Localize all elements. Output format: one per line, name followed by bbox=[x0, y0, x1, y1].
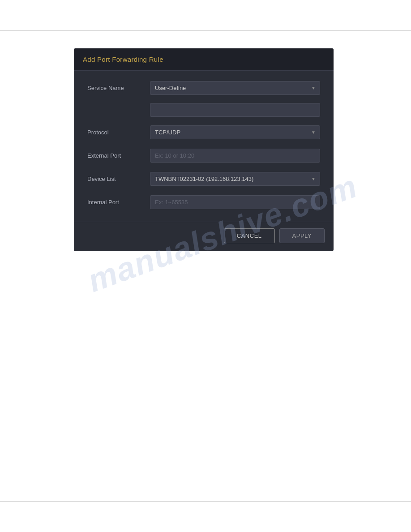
external-port-input[interactable] bbox=[150, 149, 320, 163]
internal-port-label: Internal Port bbox=[87, 199, 150, 206]
device-list-label: Device List bbox=[87, 176, 150, 182]
protocol-select[interactable]: TCP/UDP TCP UDP bbox=[150, 125, 320, 139]
add-port-forwarding-dialog: Add Port Forwarding Rule Service Name Us… bbox=[74, 48, 334, 251]
device-list-select[interactable]: TWNBNT02231-02 (192.168.123.143) bbox=[150, 172, 320, 186]
protocol-control: TCP/UDP TCP UDP bbox=[150, 125, 320, 139]
external-port-label: External Port bbox=[87, 152, 150, 159]
external-port-control bbox=[150, 149, 320, 163]
service-name-extra-row bbox=[150, 103, 320, 117]
apply-button[interactable]: APPLY bbox=[279, 228, 325, 243]
device-list-row: Device List TWNBNT02231-02 (192.168.123.… bbox=[87, 171, 320, 187]
service-name-control: User-Define Custom bbox=[150, 81, 320, 95]
device-list-select-wrapper: TWNBNT02231-02 (192.168.123.143) bbox=[150, 172, 320, 186]
top-divider bbox=[0, 30, 411, 31]
dialog-body: Service Name User-Define Custom Protocol bbox=[74, 71, 334, 222]
dialog-footer: CANCEL APPLY bbox=[74, 222, 334, 251]
dialog-title: Add Port Forwarding Rule bbox=[83, 56, 325, 63]
internal-port-input[interactable] bbox=[150, 195, 320, 209]
device-list-control: TWNBNT02231-02 (192.168.123.143) bbox=[150, 172, 320, 186]
service-name-select-wrapper: User-Define Custom bbox=[150, 81, 320, 95]
dialog-header: Add Port Forwarding Rule bbox=[74, 48, 334, 71]
service-name-row: Service Name User-Define Custom bbox=[87, 80, 320, 96]
service-name-select[interactable]: User-Define Custom bbox=[150, 81, 320, 95]
internal-port-row: Internal Port bbox=[87, 194, 320, 210]
protocol-select-wrapper: TCP/UDP TCP UDP bbox=[150, 125, 320, 139]
service-name-text-input[interactable] bbox=[150, 103, 320, 117]
bottom-divider bbox=[0, 501, 411, 502]
service-name-label: Service Name bbox=[87, 85, 150, 91]
internal-port-control bbox=[150, 195, 320, 209]
protocol-row: Protocol TCP/UDP TCP UDP bbox=[87, 124, 320, 140]
cancel-button[interactable]: CANCEL bbox=[224, 228, 275, 243]
external-port-row: External Port bbox=[87, 147, 320, 163]
protocol-label: Protocol bbox=[87, 129, 150, 136]
